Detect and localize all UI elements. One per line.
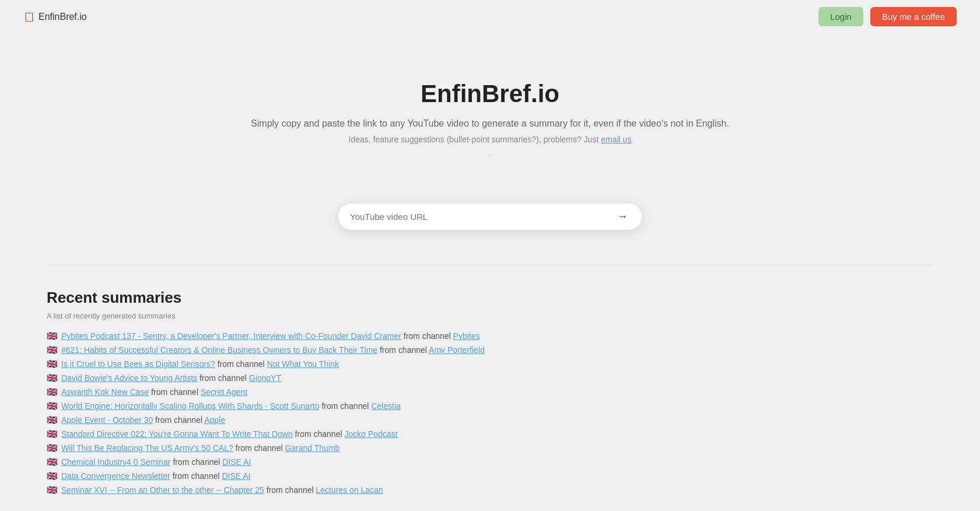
summary-title-link[interactable]: Pybites Podcast 137 - Sentry, a Develope… — [61, 331, 401, 341]
from-channel-text: from channel — [218, 359, 267, 369]
from-channel-text: from channel — [155, 415, 204, 425]
page-title: EnfinBref.io — [12, 80, 968, 108]
submit-button[interactable]: → — [615, 211, 630, 223]
channel-link[interactable]: Amy Porterfield — [429, 345, 485, 355]
hero-contact: Ideas, feature suggestions (bullet-point… — [12, 135, 968, 144]
channel-link[interactable]: GionoYT — [249, 373, 281, 383]
list-item: 🇬🇧 Will This Be Replacing The US Army's … — [47, 443, 653, 453]
hero-section: EnfinBref.io Simply copy and paste the l… — [0, 33, 980, 192]
from-channel-text: from channel — [236, 443, 285, 453]
list-item: 🇬🇧 #621: Habits of Successful Creators &… — [47, 345, 653, 355]
summary-title-link[interactable]: Aswanth Kok New Case — [61, 387, 149, 397]
logo-text: EnfinBref.io — [38, 12, 87, 22]
channel-link[interactable]: DISE AI — [222, 457, 251, 467]
flag-icon: 🇬🇧 — [47, 443, 58, 453]
search-box: → — [338, 204, 642, 230]
flag-icon: 🇬🇧 — [47, 429, 58, 439]
from-channel-text: from channel — [173, 457, 222, 467]
from-channel-text: from channel — [295, 429, 345, 439]
list-item: 🇬🇧 David Bowie's Advice to Young Artists… — [47, 373, 653, 383]
from-channel-text: from channel — [200, 373, 249, 383]
hero-subtitle: Simply copy and paste the link to any Yo… — [12, 118, 968, 129]
recent-summaries-section: Recent summaries A list of recently gene… — [0, 265, 700, 511]
from-channel-text: from channel — [380, 345, 429, 355]
channel-link[interactable]: Apple — [204, 415, 225, 425]
list-item: 🇬🇧 Seminar XVI -- From an Other to the o… — [47, 485, 653, 495]
list-item: 🇬🇧 Aswanth Kok New Case from channel Sec… — [47, 387, 653, 397]
channel-link[interactable]: Jocko Podcast — [344, 429, 397, 439]
summary-title-link[interactable]: Apple Event - October 30 — [61, 415, 153, 425]
header-buttons: Login Buy me a coffee — [818, 7, 957, 26]
from-channel-text: from channel — [173, 471, 222, 481]
channel-link[interactable]: Pybites — [453, 331, 480, 341]
flag-icon: 🇬🇧 — [47, 331, 58, 341]
from-channel-text: from channel — [267, 485, 316, 495]
flag-icon: 🇬🇧 — [47, 359, 58, 369]
channel-link[interactable]: DISE AI — [222, 471, 250, 481]
flag-icon: 🇬🇧 — [47, 457, 58, 467]
channel-link[interactable]: Secret Agent — [201, 387, 247, 397]
youtube-url-input[interactable] — [350, 212, 615, 222]
login-button[interactable]: Login — [818, 7, 863, 26]
logo-emoji: 📋 — [23, 11, 35, 22]
flag-icon: 🇬🇧 — [47, 373, 58, 383]
from-channel-text: from channel — [151, 387, 201, 397]
list-item: 🇬🇧 Apple Event - October 30 from channel… — [47, 415, 653, 425]
summary-title-link[interactable]: David Bowie's Advice to Young Artists — [61, 373, 197, 383]
logo: 📋 EnfinBref.io — [23, 11, 87, 22]
buy-coffee-button[interactable]: Buy me a coffee — [870, 7, 957, 26]
flag-icon: 🇬🇧 — [47, 471, 58, 481]
list-item: 🇬🇧 Chemical Industry4 0 Seminar from cha… — [47, 457, 653, 467]
flag-icon: 🇬🇧 — [47, 345, 58, 355]
search-container: → — [0, 192, 980, 265]
header: 📋 EnfinBref.io Login Buy me a coffee — [0, 0, 980, 33]
from-channel-text: from channel — [321, 401, 371, 411]
channel-link[interactable]: Lectures on Lacan — [316, 485, 383, 495]
summary-title-link[interactable]: Seminar XVI -- From an Other to the othe… — [61, 485, 264, 495]
summary-title-link[interactable]: Standard Directive 022: You're Gonna Wan… — [61, 429, 293, 439]
recent-summaries-description: A list of recently generated summaries — [47, 312, 653, 320]
list-item: 🇬🇧 Is it Cruel to Use Bees as Digital Se… — [47, 359, 653, 369]
summary-title-link[interactable]: #621: Habits of Successful Creators & On… — [61, 345, 377, 355]
summary-title-link[interactable]: Data Convergence Newsletter — [61, 471, 170, 481]
email-us-link[interactable]: email us — [601, 135, 631, 144]
list-item: 🇬🇧 World Engine: Horizontally Scaling Ro… — [47, 401, 653, 411]
recent-summaries-title: Recent summaries — [47, 289, 653, 307]
contact-text: Ideas, feature suggestions (bullet-point… — [349, 135, 601, 144]
channel-link[interactable]: Celestia — [371, 401, 401, 411]
flag-icon: 🇬🇧 — [47, 401, 58, 411]
flag-icon: 🇬🇧 — [47, 415, 58, 425]
channel-link[interactable]: Garand Thumb — [285, 443, 340, 453]
flag-icon: 🇬🇧 — [47, 485, 58, 495]
list-item: 🇬🇧 Standard Directive 022: You're Gonna … — [47, 429, 653, 439]
summary-title-link[interactable]: Will This Be Replacing The US Army's 50 … — [61, 443, 233, 453]
from-channel-text: from channel — [404, 331, 453, 341]
list-item: 🇬🇧 Data Convergence Newsletter from chan… — [47, 471, 653, 481]
summary-title-link[interactable]: Is it Cruel to Use Bees as Digital Senso… — [61, 359, 215, 369]
hero-dot: . — [12, 148, 968, 157]
flag-icon: 🇬🇧 — [47, 387, 58, 397]
channel-link[interactable]: Not What You Think — [267, 359, 339, 369]
summary-title-link[interactable]: Chemical Industry4 0 Seminar — [61, 457, 171, 467]
summary-list: 🇬🇧 Pybites Podcast 137 - Sentry, a Devel… — [47, 331, 653, 495]
list-item: 🇬🇧 Pybites Podcast 137 - Sentry, a Devel… — [47, 331, 653, 341]
summary-title-link[interactable]: World Engine: Horizontally Scaling Rollu… — [61, 401, 320, 411]
